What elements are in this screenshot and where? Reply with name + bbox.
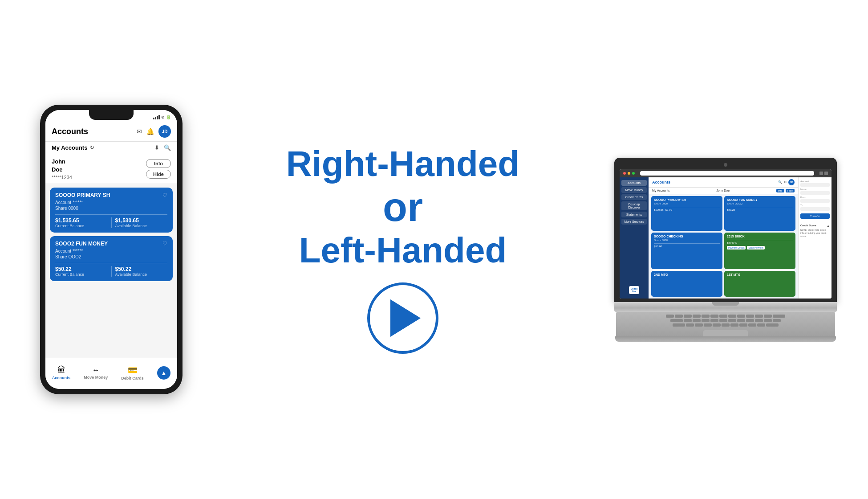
laptop-main-header: Accounts 🔍 ⚙ JD <box>649 177 798 188</box>
bell-icon[interactable]: 🔔 <box>146 128 154 135</box>
current-balance-amount: $1,535.65 <box>55 217 108 224</box>
from-label: From <box>800 196 830 199</box>
phone-bottom-nav: 🏛 Accounts ↔ Move Money 💳 Debit Cards ▲ <box>45 358 177 389</box>
make-payment-btn[interactable]: Make Payment <box>747 246 764 250</box>
to-input[interactable] <box>800 207 830 211</box>
key <box>695 323 703 327</box>
key-caps <box>673 323 685 327</box>
move-money-nav-icon: ↔ <box>92 366 99 374</box>
info-button[interactable]: Info <box>146 159 171 168</box>
key-backspace <box>773 315 785 318</box>
email-icon[interactable]: ✉ <box>137 128 142 135</box>
current-balance-col-2: $50.22 Current Balance <box>55 266 112 277</box>
battery-icon: 🔋 <box>166 115 171 119</box>
play-button-container <box>367 282 438 354</box>
from-input[interactable] <box>800 199 830 203</box>
accounts-nav-icon: 🏛 <box>57 365 65 375</box>
key <box>693 319 701 322</box>
laptop-search-icon[interactable]: 🔍 <box>778 180 782 184</box>
favorite-icon-fun-money[interactable]: ♡ <box>162 241 167 247</box>
account-number: *****1234 <box>52 175 72 180</box>
laptop-card-checking-amounts: $90.00 <box>654 243 720 248</box>
laptop-mockup-section: Accounts Move Money Credit Cards Desktop… <box>610 158 841 342</box>
laptop-card-fun-money[interactable]: SOOO2 FUN MONEY Share OOO2 $80.22 <box>724 196 795 231</box>
laptop-card-primary-sub: Share 0000 <box>654 202 720 205</box>
search-icon[interactable]: 🔍 <box>164 144 171 151</box>
laptop-my-accounts-label: My Accounts <box>652 189 670 192</box>
debit-cards-nav-label: Debit Cards <box>121 376 144 380</box>
nav-move-money[interactable]: ↔ Move Money <box>84 366 108 380</box>
key <box>702 315 710 318</box>
key <box>728 315 736 318</box>
key <box>737 319 745 322</box>
key <box>675 315 683 318</box>
key <box>764 319 772 322</box>
card-sub1-primary: Account ****** <box>55 200 167 205</box>
laptop-sidebar-credit-cards[interactable]: Credit Cards <box>621 194 647 200</box>
laptop-card-1st-mtg[interactable]: 1ST MTG <box>724 271 795 297</box>
laptop-sidebar-accounts[interactable]: Accounts <box>621 180 647 186</box>
laptop-hide-btn[interactable]: Hide <box>786 189 795 192</box>
transfer-button[interactable]: Transfer <box>800 213 830 219</box>
memo-input[interactable] <box>800 191 830 195</box>
play-button[interactable] <box>367 282 438 354</box>
laptop-screen: Accounts Move Money Credit Cards Desktop… <box>620 169 831 299</box>
laptop-info-btn[interactable]: Info <box>776 189 784 192</box>
favorite-icon-primary[interactable]: ♡ <box>162 192 167 198</box>
laptop-sidebar-desktop-discover[interactable]: Desktop Discover <box>621 201 647 210</box>
key <box>666 315 674 318</box>
nav-debit-cards[interactable]: 💳 Debit Cards <box>121 365 144 380</box>
phone-app-title: Accounts <box>52 127 88 136</box>
key <box>755 319 763 322</box>
account-holder-name: John Doe <box>52 158 72 174</box>
laptop-sidebar-more-services[interactable]: More Services <box>621 219 647 225</box>
user-avatar[interactable]: JD <box>158 125 171 138</box>
laptop-right-panel: Amount Memo From To Transfer <box>798 177 831 299</box>
laptop-sidebar-statements[interactable]: Statements <box>621 212 647 217</box>
card-header-primary: SOOOO PRIMARY SH ♡ <box>55 192 167 198</box>
key <box>764 315 772 318</box>
credit-score-section: Credit Score ▲ NOTE: Check here to see i… <box>800 224 830 238</box>
laptop-settings-icon[interactable]: ⚙ <box>784 180 787 184</box>
current-balance-col: $1,535.65 Current Balance <box>55 217 112 228</box>
laptop-user-avatar[interactable]: JD <box>788 179 795 185</box>
headline-left-handed: Left-Handed <box>299 232 507 269</box>
laptop-card-buick[interactable]: 2015 BUICK $874740 Payment Details Make … <box>724 233 795 269</box>
payment-details-btn[interactable]: Payment Details <box>727 246 746 250</box>
available-balance-amount-2: $50.22 <box>115 266 168 272</box>
account-card-primary[interactable]: SOOOO PRIMARY SH ♡ Account ****** Share … <box>50 188 173 233</box>
my-accounts-actions: ⬇ 🔍 <box>154 144 171 151</box>
refresh-icon[interactable]: ↻ <box>90 145 94 151</box>
key <box>737 315 745 318</box>
laptop-trackpad[interactable] <box>703 330 748 336</box>
headline-right-handed: Right-Handed <box>286 145 519 183</box>
laptop-card-1st-mtg-title: 1ST MTG <box>727 273 793 276</box>
account-card-fun-money[interactable]: SOOO2 FUN MONEY ♡ Account ****** Share O… <box>50 236 173 281</box>
up-button[interactable]: ▲ <box>157 366 170 380</box>
laptop-sidebar-move-money[interactable]: Move Money <box>621 187 647 193</box>
key <box>730 323 738 327</box>
hide-button[interactable]: Hide <box>146 170 171 179</box>
nav-accounts[interactable]: 🏛 Accounts <box>52 365 70 380</box>
laptop-card-primary[interactable]: SOOOO PRIMARY SH Share 0000 $139.68 $0.0… <box>651 196 722 231</box>
laptop-main-area: Accounts 🔍 ⚙ JD My Accounts John Doe <box>649 177 798 299</box>
chevron-up-icon[interactable]: ▲ <box>827 224 830 227</box>
account-info-row: John Doe *****1234 Info Hide <box>45 154 177 184</box>
laptop-card-checking[interactable]: SOOOO CHECKING Share 0000 $90.00 <box>651 233 722 269</box>
phone-mockup-section: ⊛ 🔋 Accounts ✉ 🔔 JD My Accounts ↻ <box>27 105 196 394</box>
card-sub2-fun-money: Share OOO2 <box>55 254 167 259</box>
laptop-card-fun-title: SOOO2 FUN MONEY <box>727 198 793 201</box>
nav-up-chevron[interactable]: ▲ <box>157 366 170 380</box>
laptop-card-primary-title: SOOOO PRIMARY SH <box>654 198 720 201</box>
address-bar[interactable] <box>640 171 814 176</box>
play-triangle-icon <box>390 299 421 337</box>
laptop-card-2nd-mtg[interactable]: 2ND MTG <box>651 271 722 297</box>
my-accounts-bar: My Accounts ↻ ⬇ 🔍 <box>45 142 177 154</box>
download-icon[interactable]: ⬇ <box>154 144 159 151</box>
amount-input[interactable] <box>800 183 830 187</box>
key <box>684 319 692 322</box>
keyboard-row-2 <box>620 319 831 322</box>
signal-bar-2 <box>155 117 156 119</box>
debit-cards-nav-icon: 💳 <box>128 365 138 375</box>
amount-label: Amount <box>800 180 830 183</box>
